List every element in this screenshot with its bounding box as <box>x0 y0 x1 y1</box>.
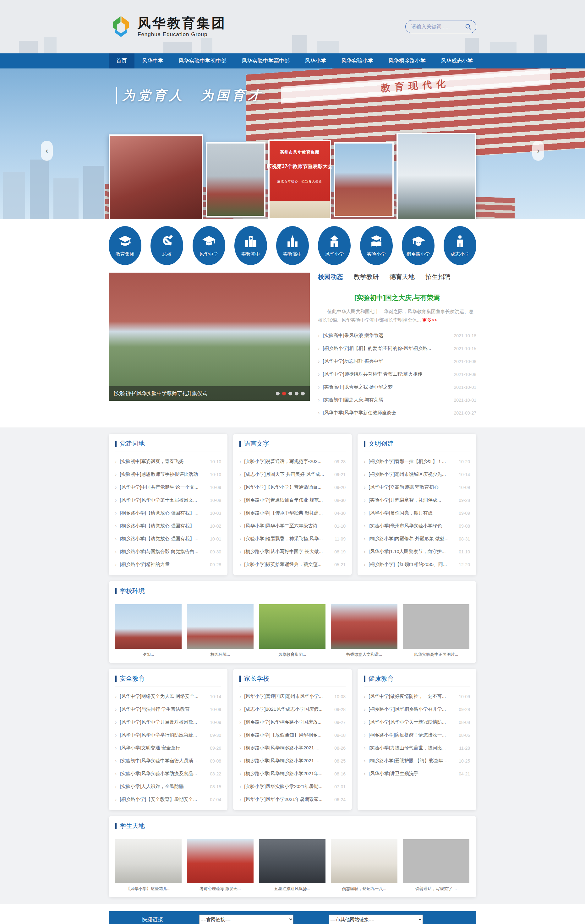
shortcut-experimental-senior[interactable]: 实验高中 <box>276 226 309 265</box>
carousel-poster[interactable]: 亳州市风华教育集团 庆祝第37个教师节暨表彰大会 赓续百年初心 担当育人使命 <box>268 140 331 219</box>
board-list-item[interactable]: [风华小学]讲卫生勤洗手04-21 <box>364 767 470 780</box>
student-photo[interactable] <box>115 839 182 883</box>
board-list-item[interactable]: [桐乡路小学]风华桐乡路小学国庆放...09-27 <box>240 716 345 729</box>
board-list-item[interactable]: [实验小学]亳州市风华实验小学绿色...09-08 <box>364 520 470 532</box>
student-photo-item[interactable]: 勿忘国耻，铭记九一八... <box>331 839 397 892</box>
news-tab[interactable]: 招生招聘 <box>425 272 451 281</box>
board-list-item[interactable]: [实验小学]风华实验小学防疫及食品...08-22 <box>115 767 221 780</box>
board-list-item[interactable]: [桐乡路小学]防疫提醒！请您接收一...08-06 <box>364 729 470 741</box>
board-list-item[interactable]: [风华中学]风华中学举行消防应急疏...09-30 <box>115 729 221 741</box>
board-list-item[interactable]: [风华小学]1.10人民警察节，向守护...01-10 <box>364 545 470 558</box>
carousel-photo-1[interactable] <box>109 134 203 219</box>
nav-item-school[interactable]: 风华实验中学初中部 <box>171 53 234 68</box>
student-photo[interactable] <box>187 839 254 883</box>
environment-photo-item[interactable]: 夕阳... <box>115 604 182 657</box>
nav-item-school[interactable]: 风华成志小学 <box>433 53 480 68</box>
news-list-item[interactable]: [实验初中]国之大庆,与有荣焉 2021-10-01 <box>318 394 476 406</box>
nav-item-school[interactable]: 风华实验中学高中部 <box>234 53 297 68</box>
student-photo-item[interactable]: 五星红旗迎风飘扬... <box>259 839 326 892</box>
board-list-item[interactable]: [桐乡路小学]【传承中华经典 献礼建...04-30 <box>240 507 345 520</box>
board-list-item[interactable]: [风华小学]风华小学二至六年级古诗...01-10 <box>240 520 345 532</box>
environment-photo[interactable] <box>187 604 254 649</box>
board-list-item[interactable]: [桐乡路小学]从小写好中国字 长大做...08-19 <box>240 545 345 558</box>
search-box[interactable] <box>405 20 476 33</box>
dot-2-active[interactable] <box>282 392 286 395</box>
tab-campus-news[interactable]: 校园动态 <box>318 272 343 281</box>
board-list-item[interactable]: [桐乡路小学]内塑修养 外塑形象 做魅...08-31 <box>364 532 470 545</box>
student-photo[interactable] <box>331 839 397 883</box>
carousel-prev-arrow-icon[interactable]: ‹ <box>41 141 53 161</box>
board-list-item[interactable]: [风华中学]中国共产党诞生 论一个党...10-09 <box>115 481 221 494</box>
board-list-item[interactable]: [桐乡路小学]爱眼护眼 【睛】彩童年-...10-25 <box>364 754 470 767</box>
board-list-item[interactable]: [桐乡路小学]风华桐乡路小学2021-...08-26 <box>240 741 345 754</box>
news-list-item[interactable]: [实验高中]以青春之我 扬中华之梦 2021-10-01 <box>318 381 476 394</box>
board-list-item[interactable]: [桐乡路小学]【请党放心 强国有我】...10-02 <box>115 520 221 532</box>
shortcut-head-school[interactable]: 总校 <box>150 226 183 265</box>
shortcut-fenghua-middle[interactable]: 风华中学 <box>193 226 225 265</box>
news-list-item[interactable]: [风华中学]风华中学新任教师座谈会 2021-09-27 <box>318 406 476 419</box>
carousel-photo-5[interactable] <box>397 133 476 219</box>
student-photo[interactable] <box>403 839 469 883</box>
shortcut-fenghua-primary[interactable]: 风华小学 <box>318 226 350 265</box>
shortcut-chengzhi-primary[interactable]: 成志小学 <box>444 226 476 265</box>
board-list-item[interactable]: [桐乡路小学]【安全教育】暑期安全...07-04 <box>115 793 221 806</box>
board-list-item[interactable]: [桐乡路小学]【红领巾相约2035、同...12-20 <box>364 558 470 571</box>
environment-photo[interactable] <box>403 604 469 649</box>
board-list-item[interactable]: [桐乡路小学]风华桐乡路小学2021年...08-16 <box>240 767 345 780</box>
board-list-item[interactable]: [桐乡路小学]风华桐乡路小学召开学...09-28 <box>364 703 470 716</box>
environment-photo-item[interactable]: 风华教育集团... <box>259 604 326 657</box>
shortcut-tongxiang-road-primary[interactable]: 桐乡路小学 <box>402 226 435 265</box>
environment-photo-item[interactable]: 风华实验高中正面图片... <box>403 604 469 657</box>
board-list-item[interactable]: [风华小学]暑你闪亮，期月有成09-09 <box>364 507 470 520</box>
news-tab[interactable]: 教学教研 <box>354 272 379 281</box>
board-list-item[interactable]: [实验小学]开笔启童智，礼润伴成...09-28 <box>364 494 470 507</box>
dot-5[interactable] <box>301 392 305 395</box>
carousel-next-arrow-icon[interactable]: › <box>532 141 544 161</box>
environment-photo[interactable] <box>259 604 326 649</box>
board-list-item[interactable]: [桐乡路小学]【请党放心 强国有我】...10-03 <box>115 507 221 520</box>
student-photo-item[interactable]: 考前心理疏导 激发无... <box>187 839 254 892</box>
board-list-item[interactable]: [桐乡路小学]与国旗合影 向党旗告白...09-30 <box>115 545 221 558</box>
board-list-item[interactable]: [实验小学]说普通话，写规范字-202...09-28 <box>240 455 345 468</box>
dot-3[interactable] <box>288 392 292 395</box>
news-list-item[interactable]: [实验高中]乘风破浪 撷华致远 2021-10-18 <box>318 329 476 342</box>
board-list-item[interactable]: [成志小学]2021风华成志小学国庆假...09-28 <box>240 703 345 716</box>
board-list-item[interactable]: [风华小学]风华小学关于新冠疫情防...08-08 <box>364 716 470 729</box>
board-list-item[interactable]: [风华中学]风华中学第十五届校园文...10-08 <box>115 494 221 507</box>
site-logo[interactable]: 风华教育集团 Fenghua Education Group <box>109 13 226 40</box>
environment-photo[interactable] <box>115 604 182 649</box>
board-list-item[interactable]: [桐乡路小学]风华桐乡路小学2021-...08-25 <box>240 754 345 767</box>
nav-item-school[interactable]: 风华小学 <box>297 53 334 68</box>
nav-item-school[interactable]: 风华桐乡路小学 <box>381 53 433 68</box>
other-sites-select[interactable]: ==市其他网站链接== <box>329 914 423 924</box>
board-list-item[interactable]: [风华中学]做好疫情防控，一刻不可...10-09 <box>364 690 470 703</box>
dot-4[interactable] <box>295 392 299 395</box>
more-link[interactable]: 更多>> <box>422 317 437 323</box>
board-list-item[interactable]: [桐乡路小学]【放假通知】风华桐乡...09-18 <box>240 729 345 741</box>
board-list-item[interactable]: [实验初中]风华实验中学宿管人员消...09-08 <box>115 754 221 767</box>
board-list-item[interactable]: [桐乡路小学]精神的力量09-28 <box>115 558 221 571</box>
news-photo-carousel[interactable]: [实验初中]风华实验中学尊师守礼升旗仪式 <box>109 272 310 401</box>
board-list-item[interactable]: [风华中学]立高尚师德 守教育初心10-09 <box>364 481 470 494</box>
board-list-item[interactable]: [实验小学]人人识诈，全民防骗08-15 <box>115 780 221 793</box>
board-list-item[interactable]: [风华中学]网络安全为人民 网络安全...10-14 <box>115 690 221 703</box>
board-list-item[interactable]: [风华小学]文明交通 安全童行09-26 <box>115 741 221 754</box>
board-list-item[interactable]: [桐乡路小学]亳州市谯城区庆祝少先...10-14 <box>364 468 470 481</box>
news-list-item[interactable]: [风华中学]师徒结对共育桃李 青蓝工程;薪火相传 2021-10-08 <box>318 368 476 381</box>
news-list-item[interactable]: [风华中学]勿忘国耻 振兴中华 2021-10-08 <box>318 355 476 368</box>
board-list-item[interactable]: [风华小学]风华小学2021年暑期致家...06-24 <box>240 793 345 806</box>
board-list-item[interactable]: [实验初中]军姿飒爽，青春飞扬10-10 <box>115 455 221 468</box>
board-list-item[interactable]: [成志小学]月圆天下 共画美好 风华成...09-21 <box>240 468 345 481</box>
board-list-item[interactable]: [实验小学]翰墨飘香，神采飞扬;风华...11-09 <box>240 532 345 545</box>
dot-1[interactable] <box>276 392 279 395</box>
board-list-item[interactable]: [实验小学]风华实验小学2021年暑期...07-01 <box>240 780 345 793</box>
shortcut-education-group[interactable]: 教育集团 <box>109 226 141 265</box>
environment-photo-item[interactable]: 校园环境... <box>187 604 254 657</box>
official-links-select[interactable]: ==官网链接== <box>199 914 293 924</box>
nav-item-school[interactable]: 风华中学 <box>134 53 171 68</box>
board-list-item[interactable]: [风华小学]喜迎国庆|亳州市风华小学...10-08 <box>240 690 345 703</box>
board-list-item[interactable]: [实验小学]撷英拾萃诵经典，藏文蕴...05-21 <box>240 558 345 571</box>
student-photo-item[interactable]: 说普通话，写规范字-... <box>403 839 469 892</box>
search-icon[interactable] <box>465 23 472 30</box>
board-list-item[interactable]: [实验小学]力拔山兮气盖世，拔河比...11-28 <box>364 741 470 754</box>
